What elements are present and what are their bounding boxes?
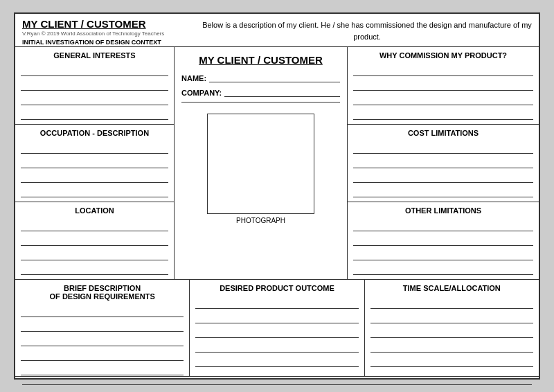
cost-limitations-section: COST LIMITATIONS xyxy=(348,125,539,202)
cost-limitations-label: COST LIMITATIONS xyxy=(353,129,533,137)
line-field[interactable] xyxy=(353,81,533,91)
header-description: Below is a description of my client. He … xyxy=(202,18,532,42)
line-field[interactable] xyxy=(370,357,533,367)
line-field[interactable] xyxy=(21,337,184,346)
line-field[interactable] xyxy=(370,328,533,338)
desired-outcome-section: DESIRED PRODUCT OUTCOME xyxy=(190,280,364,376)
company-label: COMPANY: xyxy=(181,89,222,97)
line-field[interactable] xyxy=(353,173,533,183)
other-limitations-label: OTHER LIMITATIONS xyxy=(353,206,533,215)
other-limitations-section: OTHER LIMITATIONS xyxy=(348,202,539,279)
name-input[interactable] xyxy=(209,71,340,82)
company-row: COMPANY: xyxy=(181,86,340,97)
line-field[interactable] xyxy=(195,314,358,323)
general-interests-section: GENERAL INTERESTS xyxy=(15,47,174,125)
line-field[interactable] xyxy=(21,222,168,231)
time-scale-label: TIME SCALE/ALLOCATION xyxy=(370,284,533,292)
name-label: NAME: xyxy=(181,74,206,82)
company-input[interactable] xyxy=(224,86,340,97)
line-field[interactable] xyxy=(195,357,358,367)
line-field[interactable] xyxy=(21,236,168,246)
line-field[interactable] xyxy=(353,66,533,76)
line-field[interactable] xyxy=(21,322,184,332)
occupation-label: OCCUPATION - DESCRIPTION xyxy=(21,129,168,137)
location-label: LOCATION xyxy=(21,206,168,215)
line-field[interactable] xyxy=(21,110,168,120)
header-left: MY CLIENT / CUSTOMER V.Ryan © 2019 World… xyxy=(22,18,202,46)
line-field[interactable] xyxy=(353,251,533,260)
line-field[interactable] xyxy=(353,188,533,197)
general-interests-lines xyxy=(21,66,168,120)
why-commission-lines xyxy=(353,66,533,120)
line-field[interactable] xyxy=(370,343,533,353)
page-title: MY CLIENT / CUSTOMER xyxy=(22,18,202,30)
line-field[interactable] xyxy=(353,110,533,120)
name-row: NAME: xyxy=(181,71,340,82)
line-field[interactable] xyxy=(21,81,168,91)
left-column: GENERAL INTERESTS OCCUPATION - DESCRIPTI… xyxy=(15,47,175,279)
occupation-lines xyxy=(21,144,168,197)
line-field[interactable] xyxy=(353,265,533,275)
line-field[interactable] xyxy=(353,144,533,154)
line-field[interactable] xyxy=(21,251,168,260)
center-column: MY CLIENT / CUSTOMER NAME: COMPANY: PHOT… xyxy=(175,47,348,279)
footer-line-2 xyxy=(22,389,532,393)
line-field[interactable] xyxy=(370,314,533,323)
line-field[interactable] xyxy=(21,351,184,361)
location-lines xyxy=(21,222,168,275)
bottom-row: BRIEF DESCRIPTION OF DESIGN REQUIREMENTS… xyxy=(15,280,539,377)
line-field[interactable] xyxy=(21,159,168,168)
general-interests-label: GENERAL INTERESTS xyxy=(21,51,168,60)
line-field[interactable] xyxy=(195,343,358,353)
line-field[interactable] xyxy=(21,265,168,275)
divider-line xyxy=(181,102,340,103)
line-field[interactable] xyxy=(21,66,168,76)
time-scale-lines xyxy=(370,299,533,367)
header-subtitle2: INITIAL INVESTIGATION OF DESIGN CONTEXT xyxy=(22,39,202,46)
line-field[interactable] xyxy=(21,308,184,317)
other-limitations-lines xyxy=(353,222,533,275)
line-field[interactable] xyxy=(195,328,358,338)
line-field[interactable] xyxy=(21,188,168,197)
line-field[interactable] xyxy=(353,222,533,231)
line-field[interactable] xyxy=(21,366,184,375)
line-field[interactable] xyxy=(370,299,533,309)
desired-outcome-label: DESIRED PRODUCT OUTCOME xyxy=(195,284,358,292)
line-field[interactable] xyxy=(353,96,533,105)
footer xyxy=(15,377,539,392)
photo-label: PHOTOGRAPH xyxy=(236,217,285,224)
line-field[interactable] xyxy=(353,159,533,168)
location-section: LOCATION xyxy=(15,202,174,279)
photo-box xyxy=(207,114,314,214)
design-requirements-label: BRIEF DESCRIPTION OF DESIGN REQUIREMENTS xyxy=(21,284,184,301)
why-commission-section: WHY COMMISSION MY PRODUCT? xyxy=(348,47,539,125)
line-field[interactable] xyxy=(21,96,168,105)
line-field[interactable] xyxy=(353,236,533,246)
desired-outcome-lines xyxy=(195,299,358,367)
occupation-section: OCCUPATION - DESCRIPTION xyxy=(15,125,174,202)
footer-line-1 xyxy=(22,380,532,385)
design-requirements-section: BRIEF DESCRIPTION OF DESIGN REQUIREMENTS xyxy=(15,280,190,376)
header-attribution: V.Ryan © 2019 World Association of Techn… xyxy=(22,30,202,37)
line-field[interactable] xyxy=(21,144,168,154)
right-column: WHY COMMISSION MY PRODUCT? COST LIMITATI… xyxy=(348,47,539,279)
time-scale-section: TIME SCALE/ALLOCATION xyxy=(365,280,539,376)
page-wrapper: MY CLIENT / CUSTOMER V.Ryan © 2019 World… xyxy=(14,12,540,380)
design-requirements-lines xyxy=(21,308,184,375)
header-row: MY CLIENT / CUSTOMER V.Ryan © 2019 World… xyxy=(15,14,539,47)
center-title: MY CLIENT / CUSTOMER xyxy=(199,54,323,66)
why-commission-label: WHY COMMISSION MY PRODUCT? xyxy=(353,51,533,60)
cost-limitations-lines xyxy=(353,144,533,197)
line-field[interactable] xyxy=(21,173,168,183)
main-content: GENERAL INTERESTS OCCUPATION - DESCRIPTI… xyxy=(15,47,539,280)
line-field[interactable] xyxy=(195,299,358,309)
